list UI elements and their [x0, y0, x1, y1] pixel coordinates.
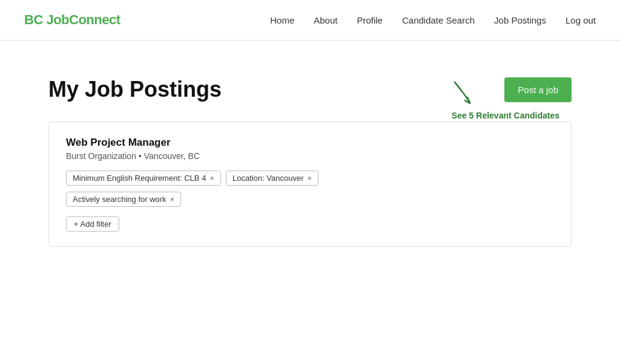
filter-tag-location: Location: Vancouver ×	[226, 171, 318, 186]
filter-tag-english: Minimum English Requirement: CLB 4 ×	[66, 171, 221, 186]
main-nav: Home About Profile Candidate Search Job …	[270, 15, 596, 25]
job-org-location: Burst Organization • Vancouver, BC	[66, 151, 554, 161]
main-content: My Job Postings Post a job See 5 Relevan…	[0, 41, 620, 271]
header: BC JobConnect Home About Profile Candida…	[0, 0, 620, 41]
logo-bc: BC	[24, 12, 46, 27]
see-candidates-link[interactable]: See 5 Relevant Candidates	[452, 111, 559, 120]
logo-rest: JobConnect	[46, 12, 120, 27]
job-title: Web Project Manager	[66, 137, 554, 149]
filter-label-english: Minimum English Requirement: CLB 4	[73, 174, 206, 183]
filter-remove-english[interactable]: ×	[209, 174, 214, 183]
add-filter-button[interactable]: + Add filter	[66, 216, 119, 232]
filter-label-location: Location: Vancouver	[232, 174, 304, 183]
logo: BC JobConnect	[24, 12, 120, 28]
filter-label-searching: Actively searching for work	[73, 195, 167, 204]
callout-container: See 5 Relevant Candidates	[452, 79, 559, 120]
arrow-icon	[452, 79, 476, 109]
nav-profile[interactable]: Profile	[357, 15, 383, 25]
job-card-wrapper: Web Project Manager Burst Organization •…	[48, 122, 572, 247]
nav-logout[interactable]: Log out	[566, 15, 596, 25]
nav-home[interactable]: Home	[270, 15, 294, 25]
job-location: Vancouver, BC	[144, 151, 200, 161]
job-card: Web Project Manager Burst Organization •…	[48, 122, 572, 247]
nav-about[interactable]: About	[314, 15, 337, 25]
nav-candidate-search[interactable]: Candidate Search	[402, 15, 475, 25]
nav-job-postings[interactable]: Job Postings	[494, 15, 546, 25]
filter-remove-searching[interactable]: ×	[170, 195, 175, 204]
filters-row-2: Actively searching for work ×	[66, 192, 554, 207]
filter-remove-location[interactable]: ×	[308, 174, 312, 183]
page-title: My Job Postings	[48, 77, 222, 102]
filters-row-1: Minimum English Requirement: CLB 4 × Loc…	[66, 171, 554, 186]
filter-tag-searching: Actively searching for work ×	[66, 192, 181, 207]
job-org-separator: •	[139, 151, 144, 161]
job-org: Burst Organization	[66, 151, 136, 161]
